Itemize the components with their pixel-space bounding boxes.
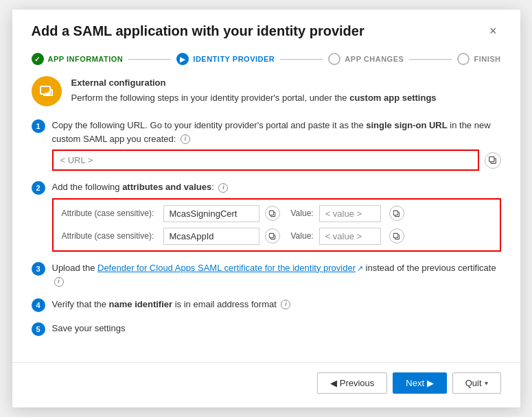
attr-2-copy-button[interactable] (265, 228, 280, 243)
attributes-table: Attribute (case sensitive): Value: (52, 198, 501, 252)
external-config-icon (32, 76, 62, 106)
attr-1-copy-button[interactable] (265, 206, 280, 221)
step5-text: Save your settings (52, 323, 126, 333)
step-label-idp: IDENTITY PROVIDER (193, 55, 275, 63)
step-1-content: Copy the following URL. Go to your ident… (52, 119, 501, 171)
quit-button[interactable]: Quit ▾ (452, 372, 501, 394)
step-badge-3: 3 (32, 262, 45, 276)
step-circle-app-info: ✓ (32, 53, 44, 65)
step-circle-app-changes (328, 53, 340, 65)
external-config-banner: External configuration Perform the follo… (32, 76, 501, 106)
step2-text-bold: attributes and values (122, 182, 211, 192)
attr-label-2: Attribute (case sensitive): (62, 230, 158, 242)
attr-value-input-1[interactable] (319, 205, 381, 222)
step2-info-icon: i (218, 183, 228, 193)
cert-download-link[interactable]: Defender for Cloud Apps SAML certificate… (97, 263, 356, 273)
dialog-title: Add a SAML application with your identit… (32, 23, 365, 39)
step4-text-after: is in email address format (172, 299, 277, 309)
external-config-title: External configuration (71, 76, 437, 90)
next-button[interactable]: Next ▶ (393, 372, 446, 394)
external-config-text: External configuration Perform the follo… (71, 76, 437, 104)
attribute-row-2: Attribute (case sensitive): Value: (62, 228, 491, 245)
step-label-app-changes: APP CHANGES (345, 55, 404, 63)
svg-rect-4 (269, 211, 273, 215)
ext-desc-bold: custom app settings (349, 93, 436, 103)
url-copy-button[interactable] (485, 152, 501, 169)
step-finish: FINISH (457, 53, 500, 65)
svg-rect-8 (269, 233, 273, 237)
instruction-step-5: 5 Save your settings (32, 322, 501, 336)
dialog: Add a SAML application with your identit… (12, 10, 520, 407)
step4-text-before: Verify that the (52, 299, 109, 309)
step-identity-provider: ▶ IDENTITY PROVIDER (176, 53, 275, 65)
external-link-icon: ↗︎ (357, 263, 363, 274)
step-label-finish: FINISH (474, 55, 500, 63)
instruction-step-2: 2 Add the following attributes and value… (32, 180, 501, 252)
previous-button[interactable]: ◀ Previous (317, 372, 387, 394)
value-label-2: Value: (291, 230, 314, 242)
step3-text-before: Upload the (52, 263, 98, 273)
url-row (52, 150, 501, 171)
step-connector-2 (280, 59, 323, 60)
quit-chevron-icon: ▾ (485, 379, 488, 387)
external-config-description: Perform the following steps in your iden… (71, 91, 437, 105)
step1-info-icon: i (181, 134, 190, 144)
instruction-steps: 1 Copy the following URL. Go to your ide… (32, 119, 501, 336)
step1-text-before: Copy the following URL. Go to your ident… (52, 120, 367, 130)
step-connector-3 (409, 59, 452, 60)
svg-rect-2 (489, 157, 494, 162)
step-badge-2: 2 (32, 181, 45, 195)
step-circle-idp: ▶ (176, 53, 189, 65)
instruction-step-3: 3 Upload the Defender for Cloud Apps SAM… (32, 261, 501, 288)
url-input[interactable] (52, 150, 479, 171)
step-circle-finish (457, 53, 470, 65)
attr-label-1: Attribute (case sensitive): (62, 207, 158, 219)
step-4-content: Verify that the name identifier is in em… (52, 298, 501, 311)
wizard-stepper: ✓ APP INFORMATION ▶ IDENTITY PROVIDER AP… (12, 46, 520, 76)
step-app-changes: APP CHANGES (328, 53, 404, 65)
dialog-header: Add a SAML application with your identit… (12, 10, 520, 46)
step2-text-colon: : (211, 182, 214, 192)
ext-desc-before: Perform the following steps in your iden… (71, 93, 350, 103)
attribute-row-1: Attribute (case sensitive): Value: (62, 205, 491, 222)
instruction-step-1: 1 Copy the following URL. Go to your ide… (32, 119, 501, 171)
svg-rect-6 (394, 211, 398, 215)
close-button[interactable]: × (485, 23, 501, 38)
instruction-step-4: 4 Verify that the name identifier is in … (32, 298, 501, 312)
step-connector-1 (128, 59, 171, 60)
attr-name-input-2[interactable] (163, 228, 259, 245)
dialog-footer: ◀ Previous Next ▶ Quit ▾ (12, 362, 520, 407)
step-5-content: Save your settings (52, 322, 501, 335)
step-badge-4: 4 (32, 298, 45, 312)
step3-text-after: instead of the previous certificate (363, 263, 496, 273)
step-3-content: Upload the Defender for Cloud Apps SAML … (52, 261, 501, 288)
step3-info-icon: i (54, 277, 64, 287)
attr-value-input-2[interactable] (319, 228, 381, 245)
step2-text-before: Add the following (52, 182, 123, 192)
svg-rect-10 (394, 233, 398, 237)
step-app-information: ✓ APP INFORMATION (32, 53, 124, 65)
value-1-copy-button[interactable] (389, 206, 404, 221)
step4-info-icon: i (281, 300, 290, 309)
quit-label: Quit (465, 378, 482, 388)
step-2-content: Add the following attributes and values:… (52, 180, 501, 252)
dialog-body: External configuration Perform the follo… (12, 76, 520, 362)
step-badge-5: 5 (32, 322, 45, 336)
attr-name-input-1[interactable] (163, 205, 259, 222)
value-label-1: Value: (291, 207, 314, 219)
step-label-app-info: APP INFORMATION (48, 55, 124, 63)
step1-text-bold: single sign-on URL (366, 120, 447, 130)
value-2-copy-button[interactable] (389, 228, 404, 243)
step-badge-1: 1 (32, 119, 45, 133)
step4-text-bold: name identifier (109, 299, 172, 309)
